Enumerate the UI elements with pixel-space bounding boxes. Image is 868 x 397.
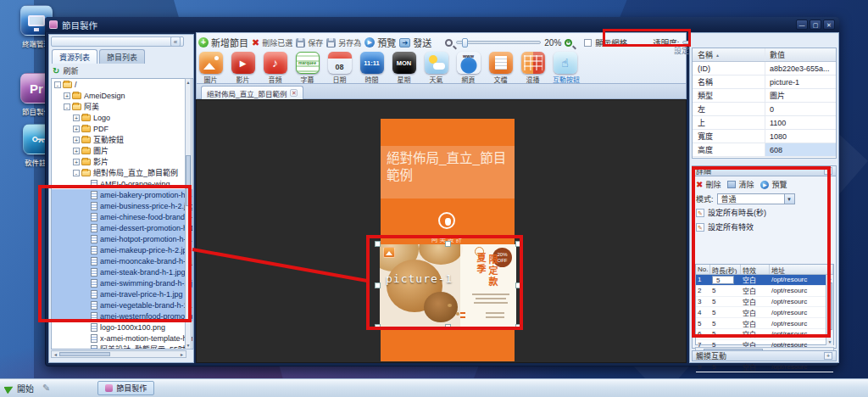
- new-program-button[interactable]: + 新增節目: [198, 36, 248, 49]
- tree-item[interactable]: amei-swimming-brand-h-2.j...: [52, 277, 192, 288]
- address-cell[interactable]: /opt/resourc: [770, 309, 833, 316]
- tree-item[interactable]: +Logo: [52, 112, 192, 123]
- tree-toggle-icon[interactable]: +: [73, 159, 80, 165]
- duration-cell[interactable]: 5: [710, 309, 741, 316]
- show-grid-checkbox[interactable]: [584, 39, 592, 47]
- media-item-marquee[interactable]: marquee字幕: [295, 52, 320, 83]
- tree-item[interactable]: 阿美設計_動態展示_55吋_...: [52, 344, 192, 349]
- zoom-out-icon[interactable]: [445, 39, 453, 47]
- scroll-up-icon[interactable]: ▲: [186, 79, 191, 86]
- collapse-section-button[interactable]: −: [824, 167, 832, 175]
- tab-program-list[interactable]: 節目列表: [99, 49, 145, 64]
- playlist-row[interactable]: 35空白/opt/resourc: [696, 297, 833, 308]
- scrollbar-thumb[interactable]: [827, 282, 832, 330]
- playlist-row[interactable]: 65空白/opt/resourc: [696, 329, 833, 340]
- minimize-button[interactable]: —: [796, 20, 808, 30]
- address-cell[interactable]: /opt/resourc: [770, 298, 833, 305]
- tree-toggle-icon[interactable]: -: [54, 81, 61, 88]
- tree-item[interactable]: amei-steak-brand-h-1.jpg: [52, 266, 192, 277]
- effect-cell[interactable]: 空白: [741, 286, 770, 295]
- maximize-button[interactable]: ▢: [810, 20, 821, 30]
- effect-cell[interactable]: 空白: [741, 275, 770, 284]
- scroll-right-icon[interactable]: ►: [178, 352, 186, 357]
- address-cell[interactable]: /opt/resourc: [770, 287, 833, 294]
- address-cell[interactable]: /opt/resourc: [770, 320, 833, 327]
- duration-input[interactable]: 5▴▾: [712, 276, 734, 284]
- effect-cell[interactable]: 空白: [741, 319, 770, 328]
- address-cell[interactable]: /opt/resourc: [770, 330, 833, 338]
- media-item-video[interactable]: 影片: [231, 52, 255, 83]
- tree-item[interactable]: -阿美: [52, 101, 192, 112]
- property-value[interactable]: 1100: [765, 116, 836, 129]
- duration-cell[interactable]: 5: [710, 298, 741, 305]
- close-button[interactable]: ✕: [823, 20, 835, 30]
- expand-section-button[interactable]: +: [824, 352, 832, 360]
- media-item-doc[interactable]: 文檔: [488, 52, 513, 83]
- resize-handle[interactable]: [515, 324, 521, 330]
- playlist-row[interactable]: 55空白/opt/resourc: [696, 318, 833, 329]
- property-row[interactable]: 名稱picture-1: [693, 75, 836, 89]
- save-button[interactable]: 保存: [296, 37, 323, 48]
- send-button[interactable]: ➔ 發送: [399, 36, 431, 49]
- media-item-touch[interactable]: 互動按鈕: [553, 52, 577, 83]
- taskbar-app-button[interactable]: 節目製作: [97, 381, 154, 395]
- duration-cell[interactable]: 5: [710, 320, 741, 327]
- set-all-effects-button[interactable]: ✎ 設定所有特效: [693, 220, 836, 234]
- property-row[interactable]: 寬度1080: [693, 130, 836, 143]
- tree-vertical-scrollbar[interactable]: ▲ ▼: [185, 78, 192, 349]
- duration-cell[interactable]: 5: [710, 330, 741, 338]
- canvas-zoom-slider[interactable]: [456, 41, 541, 44]
- effect-cell[interactable]: 空白: [741, 362, 770, 372]
- refresh-button[interactable]: ↻ 刷新: [53, 65, 78, 76]
- tree-item[interactable]: amei-business-price-h-2.jpg: [52, 200, 192, 211]
- resize-handle[interactable]: [375, 282, 381, 288]
- media-item-date[interactable]: 08日期: [327, 52, 352, 83]
- scroll-up-icon[interactable]: ▲: [826, 275, 833, 282]
- tree-toggle-icon[interactable]: -: [73, 170, 80, 176]
- resize-handle[interactable]: [375, 324, 381, 330]
- scroll-left-icon[interactable]: ◄: [52, 352, 59, 357]
- playlist-vertical-scrollbar[interactable]: ▲ ▼: [826, 275, 833, 345]
- media-item-time[interactable]: 11:11時間: [359, 52, 384, 83]
- media-item-audio[interactable]: 音頻: [263, 52, 287, 83]
- tree-item[interactable]: amei-bakery-promotion-h-4...: [52, 189, 192, 200]
- media-item-mix[interactable]: 混播: [520, 52, 545, 83]
- media-item-pic[interactable]: 圖片: [198, 52, 223, 83]
- media-item-week[interactable]: MON星期: [392, 52, 416, 83]
- tree-item[interactable]: AMEI-0-orange-wing: [52, 178, 192, 189]
- playlist-row[interactable]: 45空白/opt/resourc: [696, 307, 833, 318]
- collapse-panel-button[interactable]: «: [170, 36, 181, 47]
- resize-handle[interactable]: [515, 241, 521, 247]
- tab-resource-list[interactable]: 資源列表: [52, 49, 97, 64]
- playlist-row[interactable]: 15▴▾空白/opt/resourc: [696, 275, 833, 286]
- canvas-tab[interactable]: 絕對佈局_直立_節目範例 ✕: [201, 86, 303, 99]
- close-tab-icon[interactable]: ✕: [290, 89, 298, 97]
- duration-cell[interactable]: 5: [710, 287, 741, 294]
- tree-item[interactable]: amei-travel-price-h-1.jpg: [52, 288, 192, 299]
- effect-cell[interactable]: 空白: [741, 297, 770, 306]
- tree-item[interactable]: amei-makeup-price-h-2.jpg: [52, 244, 192, 255]
- preview-button[interactable]: ▶ 預覽: [364, 36, 396, 49]
- resize-handle[interactable]: [515, 282, 521, 288]
- start-button[interactable]: 開始: [5, 382, 34, 394]
- chevron-down-icon[interactable]: ▼: [784, 194, 794, 204]
- playlist-row[interactable]: 25空白/opt/resourc: [696, 286, 833, 297]
- tree-item[interactable]: amei-mooncake-brand-h-1.j...: [52, 255, 192, 266]
- delete-selected-button[interactable]: ✖ 刪除已選: [252, 37, 292, 48]
- tree-toggle-icon[interactable]: +: [73, 137, 80, 143]
- duration-cell[interactable]: 5▴▾: [710, 276, 741, 284]
- selected-picture-region[interactable]: 20% OFF 夏季 限定款 picture-1: [377, 243, 519, 327]
- save-as-button[interactable]: 另存為: [326, 37, 361, 48]
- canvas-area[interactable]: 絕對佈局_直立_節目範例 阿美設計 20% OFF 夏季 限: [196, 99, 687, 363]
- effect-cell[interactable]: 空白: [741, 329, 770, 338]
- tree-item[interactable]: amei-dessert-promotion-h-1...: [52, 222, 192, 233]
- media-item-weather[interactable]: 天氣: [424, 52, 448, 83]
- tree-item[interactable]: +AmeiDesign: [52, 90, 192, 101]
- address-cell[interactable]: /opt/resourc: [770, 276, 833, 283]
- property-value[interactable]: 608: [765, 143, 836, 156]
- tree-item[interactable]: +互動按鈕: [52, 134, 192, 145]
- detail-preview-button[interactable]: ▶ 預覽: [760, 179, 787, 190]
- property-value[interactable]: 1080: [765, 130, 836, 143]
- set-all-durations-button[interactable]: ✎ 設定所有時長(秒): [693, 205, 836, 220]
- tree-item[interactable]: amei-chinese-food-brand-h-...: [52, 211, 192, 222]
